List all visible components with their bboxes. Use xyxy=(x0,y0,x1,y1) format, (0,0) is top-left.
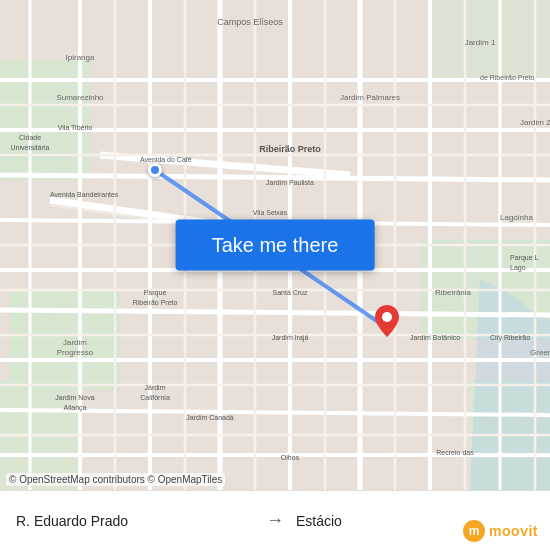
svg-text:Parque L: Parque L xyxy=(510,254,539,262)
svg-text:Cidade: Cidade xyxy=(19,134,41,141)
svg-text:Califórnia: Califórnia xyxy=(140,394,170,401)
map-container: Campos Elíseos Ipiranga Sumarezinho Cida… xyxy=(0,0,550,490)
svg-text:Vila Seixas: Vila Seixas xyxy=(253,209,288,216)
svg-text:Ribeirânia: Ribeirânia xyxy=(435,288,472,297)
route-arrow: → xyxy=(266,510,284,531)
svg-text:Jardim: Jardim xyxy=(63,338,87,347)
svg-text:Lago: Lago xyxy=(510,264,526,272)
svg-text:City Ribeirão: City Ribeirão xyxy=(490,334,530,342)
destination-marker xyxy=(375,305,399,337)
svg-text:Olhos: Olhos xyxy=(281,454,300,461)
svg-text:Avenida do Café: Avenida do Café xyxy=(140,156,192,163)
svg-text:Progresso: Progresso xyxy=(57,348,94,357)
svg-text:Sumarezinho: Sumarezinho xyxy=(56,93,104,102)
route-from: R. Eduardo Prado xyxy=(16,513,254,529)
svg-text:Jardim Irajá: Jardim Irajá xyxy=(272,334,309,342)
svg-text:Jardim Zara: Jardim Zara xyxy=(520,118,550,127)
svg-text:Santa Cruz: Santa Cruz xyxy=(272,289,308,296)
svg-text:Vila Tibério: Vila Tibério xyxy=(58,124,93,131)
svg-text:Ribeirão Preto: Ribeirão Preto xyxy=(133,299,178,306)
svg-point-78 xyxy=(382,312,392,322)
svg-text:Parque: Parque xyxy=(144,289,167,297)
svg-text:Lagoinha: Lagoinha xyxy=(500,213,533,222)
svg-text:Campos Elíseos: Campos Elíseos xyxy=(217,17,283,27)
svg-text:Avenida Bandeirantes: Avenida Bandeirantes xyxy=(50,191,119,198)
svg-text:Recreio das: Recreio das xyxy=(436,449,474,456)
svg-text:Jardim Nova: Jardim Nova xyxy=(55,394,94,401)
svg-text:Greenville: Greenville xyxy=(530,348,550,357)
origin-marker xyxy=(148,163,162,177)
svg-text:Aliança: Aliança xyxy=(64,404,87,412)
svg-text:Jardim Paulista: Jardim Paulista xyxy=(266,179,314,186)
svg-text:Jardim Palmares: Jardim Palmares xyxy=(340,93,400,102)
moovit-name: moovit xyxy=(489,523,538,539)
svg-text:de Ribeirão Preto: de Ribeirão Preto xyxy=(480,74,535,81)
bottom-bar: R. Eduardo Prado → Estácio m moovit xyxy=(0,490,550,550)
svg-text:Jardim 1: Jardim 1 xyxy=(465,38,496,47)
map-attribution: © OpenStreetMap contributors © OpenMapTi… xyxy=(6,473,225,486)
svg-text:Universitária: Universitária xyxy=(11,144,50,151)
svg-text:Ribeirão Preto: Ribeirão Preto xyxy=(259,144,321,154)
svg-text:Jardim: Jardim xyxy=(144,384,165,391)
svg-text:Jardim Canadá: Jardim Canadá xyxy=(186,414,234,421)
moovit-icon: m xyxy=(463,520,485,542)
take-me-there-button[interactable]: Take me there xyxy=(176,220,375,271)
svg-text:Ipiranga: Ipiranga xyxy=(66,53,95,62)
moovit-logo: m moovit xyxy=(463,520,538,542)
svg-text:Jardim Botânico: Jardim Botânico xyxy=(410,334,460,341)
